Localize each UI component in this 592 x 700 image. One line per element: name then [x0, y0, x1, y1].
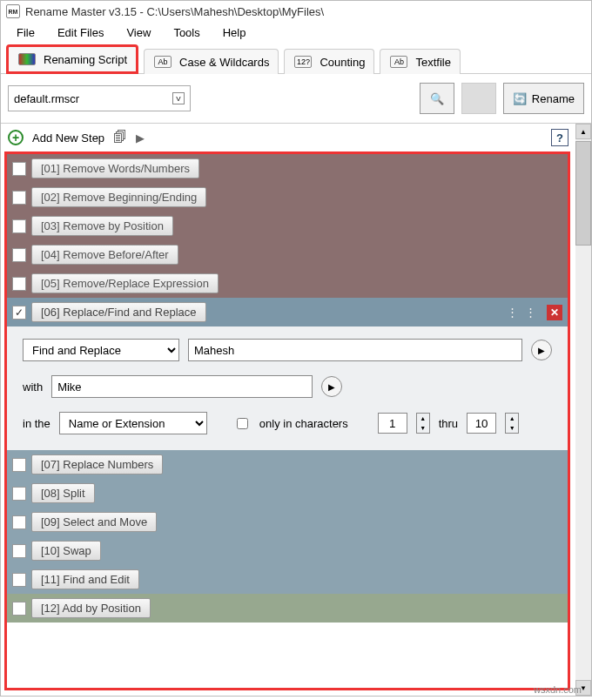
- tab-renaming-script[interactable]: Renaming Script: [6, 44, 138, 74]
- counting-icon: 12?: [293, 55, 313, 69]
- menu-tools[interactable]: Tools: [163, 24, 210, 42]
- add-step-row: + Add New Step 🗐 ▶ ?: [1, 124, 575, 151]
- step-button[interactable]: [11] Find and Edit: [31, 569, 139, 589]
- step-row-12[interactable]: [12] Add by Position: [7, 594, 568, 623]
- drag-handle-icon[interactable]: ⋮ ⋮: [507, 306, 538, 319]
- step-button[interactable]: [03] Remove by Position: [31, 216, 173, 236]
- help-button[interactable]: ?: [551, 129, 568, 146]
- only-in-characters-checkbox[interactable]: [237, 418, 248, 429]
- mode-select[interactable]: Find and Replace: [23, 339, 179, 361]
- preview-button[interactable]: 🔍: [420, 83, 454, 114]
- window-title: Rename Master v3.15 - C:\Users\Mahesh\De…: [25, 5, 324, 18]
- to-spinner[interactable]: ▲▼: [505, 413, 519, 434]
- step-checkbox[interactable]: [12, 602, 26, 616]
- rename-label: Rename: [532, 92, 575, 105]
- chevron-down-icon[interactable]: ▼: [506, 423, 518, 433]
- from-char-input[interactable]: [378, 413, 407, 434]
- only-in-characters-label: only in characters: [259, 417, 348, 430]
- menu-help[interactable]: Help: [212, 24, 257, 42]
- step-row-08[interactable]: [08] Split: [7, 479, 568, 508]
- title-bar: RM Rename Master v3.15 - C:\Users\Mahesh…: [1, 1, 591, 22]
- menu-file[interactable]: File: [6, 24, 45, 42]
- chevron-down-icon[interactable]: ▼: [417, 423, 429, 433]
- app-icon: RM: [6, 4, 20, 18]
- step-checkbox[interactable]: [12, 191, 26, 205]
- menu-edit-files[interactable]: Edit Files: [47, 24, 114, 42]
- step-button[interactable]: [10] Swap: [31, 541, 101, 561]
- chevron-up-icon[interactable]: ▲: [417, 414, 429, 423]
- with-label: with: [23, 380, 43, 394]
- script-icon: [17, 52, 37, 66]
- step-checkbox[interactable]: [12, 544, 26, 558]
- step-checkbox[interactable]: [12, 219, 26, 233]
- thru-label: thru: [439, 417, 458, 430]
- menu-view[interactable]: View: [116, 24, 161, 42]
- textfile-icon: Ab: [389, 55, 408, 69]
- watermark-text: wsxdn.com: [534, 684, 582, 695]
- step-row-10[interactable]: [10] Swap: [7, 536, 568, 565]
- step-row-11[interactable]: [11] Find and Edit: [7, 565, 568, 594]
- chevron-up-icon[interactable]: ▲: [506, 414, 518, 423]
- toolbar: default.rmscr V 🔍 🔄 Rename: [1, 74, 591, 123]
- script-selector[interactable]: default.rmscr V: [8, 85, 191, 111]
- step-06-body: Find and Replace ▶ with ▶ in the Name or…: [7, 326, 568, 450]
- step-checkbox[interactable]: [12, 248, 26, 262]
- rename-button[interactable]: 🔄 Rename: [503, 83, 584, 114]
- steps-list: [01] Remove Words/Numbers [02] Remove Be…: [4, 151, 570, 690]
- tab-label: Textfile: [415, 56, 450, 69]
- step-button[interactable]: [09] Select and Move: [31, 512, 157, 532]
- step-button[interactable]: [08] Split: [31, 483, 95, 503]
- script-name: default.rmscr: [14, 92, 79, 105]
- replace-play-button[interactable]: ▶: [321, 376, 342, 397]
- disabled-button: [461, 83, 496, 114]
- step-checkbox[interactable]: [12, 458, 26, 472]
- step-checkbox[interactable]: [12, 515, 26, 529]
- dropdown-icon[interactable]: V: [172, 92, 185, 104]
- step-row-07[interactable]: [07] Replace Numbers: [7, 450, 568, 479]
- step-row-01[interactable]: [01] Remove Words/Numbers: [7, 154, 568, 183]
- tab-label: Case & Wildcards: [179, 56, 269, 69]
- scroll-thumb[interactable]: [575, 141, 591, 246]
- step-button[interactable]: [07] Replace Numbers: [31, 454, 163, 475]
- menu-bar: File Edit Files View Tools Help: [1, 22, 591, 44]
- case-icon: Ab: [153, 55, 172, 69]
- step-row-04[interactable]: [04] Remove Before/After: [7, 240, 568, 269]
- tab-bar: Renaming Script Ab Case & Wildcards 12? …: [1, 44, 591, 74]
- step-button[interactable]: [01] Remove Words/Numbers: [31, 158, 199, 178]
- find-play-button[interactable]: ▶: [531, 340, 552, 360]
- add-icon[interactable]: +: [8, 130, 24, 145]
- scroll-up-icon[interactable]: ▲: [575, 124, 591, 139]
- to-char-input[interactable]: [467, 413, 496, 434]
- tab-case-wildcards[interactable]: Ab Case & Wildcards: [144, 49, 279, 74]
- tab-counting[interactable]: 12? Counting: [284, 49, 374, 74]
- from-spinner[interactable]: ▲▼: [416, 413, 430, 434]
- step-button[interactable]: [05] Remove/Replace Expression: [31, 273, 219, 293]
- step-row-06-active[interactable]: [06] Replace/Find and Replace ⋮ ⋮ ✕: [7, 298, 568, 326]
- step-row-09[interactable]: [09] Select and Move: [7, 508, 568, 536]
- step-button[interactable]: [02] Remove Beginning/Ending: [31, 187, 206, 207]
- vertical-scrollbar[interactable]: ▲ ▼: [575, 124, 591, 696]
- in-the-label: in the: [23, 417, 50, 430]
- tab-label: Counting: [320, 56, 365, 69]
- replace-input[interactable]: [51, 375, 313, 398]
- add-step-label[interactable]: Add New Step: [32, 131, 104, 145]
- tab-textfile[interactable]: Ab Textfile: [380, 49, 460, 74]
- step-checkbox[interactable]: [12, 306, 26, 320]
- copy-icon[interactable]: 🗐: [113, 130, 127, 145]
- scope-select[interactable]: Name or Extension: [59, 412, 207, 434]
- step-button[interactable]: [12] Add by Position: [31, 598, 151, 618]
- step-button[interactable]: [06] Replace/Find and Replace: [31, 302, 206, 322]
- find-input[interactable]: [188, 339, 522, 361]
- close-step-button[interactable]: ✕: [547, 305, 562, 320]
- step-checkbox[interactable]: [12, 277, 26, 291]
- step-button[interactable]: [04] Remove Before/After: [31, 245, 178, 265]
- step-checkbox[interactable]: [12, 487, 26, 501]
- step-checkbox[interactable]: [12, 162, 26, 176]
- play-arrow-icon[interactable]: ▶: [136, 131, 145, 145]
- step-row-02[interactable]: [02] Remove Beginning/Ending: [7, 183, 568, 212]
- step-row-05[interactable]: [05] Remove/Replace Expression: [7, 269, 568, 298]
- magnifier-icon: 🔍: [430, 92, 444, 105]
- step-row-03[interactable]: [03] Remove by Position: [7, 212, 568, 240]
- step-checkbox[interactable]: [12, 573, 26, 587]
- rename-icon: 🔄: [513, 92, 527, 105]
